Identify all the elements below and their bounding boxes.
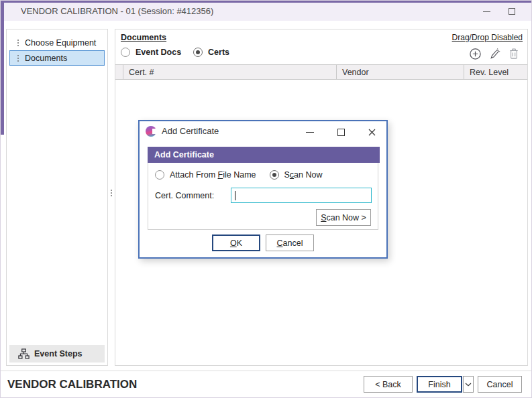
- minimize-button[interactable]: [476, 3, 496, 19]
- scan-now-radio-label[interactable]: Scan Now: [284, 170, 323, 180]
- event-steps-label: Event Steps: [34, 349, 83, 358]
- sidebar-item-label: Documents: [25, 54, 67, 63]
- app-logo-icon: [146, 126, 156, 137]
- dialog-cancel-button[interactable]: Cancel: [266, 235, 314, 251]
- dialog-close-button[interactable]: [362, 124, 381, 140]
- sign-document-button[interactable]: [488, 47, 501, 60]
- sidebar-item-label: Choose Equipment: [25, 38, 96, 48]
- add-certificate-dialog: Add Certificate Add Certificate Attach F…: [138, 120, 388, 259]
- back-button[interactable]: < Back: [364, 376, 413, 393]
- org-chart-icon: [18, 348, 30, 359]
- dialog-maximize-button[interactable]: [331, 124, 350, 140]
- table-header-vendor[interactable]: Vendor: [337, 65, 464, 79]
- maximize-icon: [337, 129, 345, 136]
- minimize-icon: [483, 11, 490, 12]
- doc-type-radio-group: Event Docs Certs: [121, 48, 236, 57]
- finish-menu-button[interactable]: [463, 376, 474, 393]
- dragdrop-status[interactable]: Drag/Drop Disabled: [452, 33, 523, 42]
- attach-from-file-radio[interactable]: [155, 170, 164, 180]
- grip-dots-icon: [17, 55, 19, 56]
- chevron-down-icon: [465, 383, 472, 387]
- sidebar-item-documents[interactable]: Documents: [9, 50, 105, 66]
- document-toolbar: [468, 47, 521, 60]
- app-window: VENDOR CALIBRATION - 01 (Session: #41235…: [0, 0, 532, 398]
- certs-radio[interactable]: [193, 48, 203, 57]
- finish-button[interactable]: Finish: [417, 376, 462, 393]
- add-certificate-groupbox: Add Certificate Attach From File Name Sc…: [148, 147, 378, 230]
- certs-table-header: Cert. # Vendor Rev. Level: [115, 64, 527, 80]
- window-titlebar[interactable]: VENDOR CALIBRATION - 01 (Session: #41235…: [1, 1, 531, 21]
- scan-now-radio[interactable]: [270, 170, 279, 180]
- maximize-icon: [509, 8, 515, 15]
- cert-comment-row: Cert. Comment:: [155, 188, 372, 204]
- dialog-title: Add Certificate: [162, 126, 219, 136]
- footer-cancel-button[interactable]: Cancel: [478, 376, 522, 393]
- sidebar-item-choose-equipment[interactable]: Choose Equipment: [9, 35, 105, 50]
- panel-splitter[interactable]: [109, 29, 114, 366]
- dialog-titlebar[interactable]: Add Certificate: [140, 121, 386, 141]
- cert-comment-label: Cert. Comment:: [155, 191, 214, 200]
- scan-now-button[interactable]: Scan Now >: [316, 209, 371, 226]
- source-radio-group: Attach From File Name Scan Now: [155, 170, 331, 180]
- grip-dots-icon: [17, 40, 19, 41]
- wizard-footer: VENDOR CALIBRATION < Back Finish Cancel: [1, 371, 531, 398]
- window-accent-border: [1, 1, 531, 3]
- pen-sparkle-icon: [488, 48, 500, 60]
- table-header-indicator-column: [115, 65, 123, 79]
- table-header-cert[interactable]: Cert. #: [123, 65, 337, 79]
- event-title: VENDOR CALIBRATION: [7, 378, 137, 391]
- event-docs-radio[interactable]: [121, 48, 130, 57]
- event-docs-radio-label[interactable]: Event Docs: [136, 48, 181, 57]
- circled-plus-icon: [469, 48, 482, 60]
- documents-panel-title: Documents: [121, 33, 166, 42]
- certs-radio-label[interactable]: Certs: [208, 48, 229, 57]
- table-header-rev-level[interactable]: Rev. Level: [464, 65, 527, 79]
- event-steps-button[interactable]: Event Steps: [9, 345, 105, 362]
- close-icon: [368, 129, 376, 136]
- ok-button[interactable]: OK: [212, 235, 260, 251]
- dialog-minimize-button[interactable]: [301, 124, 319, 140]
- text-caret: [235, 191, 235, 200]
- splitter-grip-icon: [111, 190, 112, 191]
- groupbox-header: Add Certificate: [148, 147, 380, 163]
- add-document-button[interactable]: [468, 47, 482, 60]
- cert-comment-input[interactable]: [231, 188, 371, 202]
- maximize-button[interactable]: [502, 3, 522, 19]
- dialog-footer: OK Cancel: [140, 235, 386, 251]
- window-title: VENDOR CALIBRATION - 01 (Session: #41235…: [21, 6, 213, 16]
- sidebar: Choose Equipment Documents Event Steps: [6, 29, 108, 366]
- trash-icon: [509, 48, 519, 60]
- attach-from-file-radio-label[interactable]: Attach From File Name: [170, 170, 256, 180]
- window-accent-left: [1, 1, 4, 135]
- cert-comment-field-border: [231, 188, 372, 203]
- delete-document-button[interactable]: [507, 47, 521, 60]
- minimize-icon: [306, 132, 314, 133]
